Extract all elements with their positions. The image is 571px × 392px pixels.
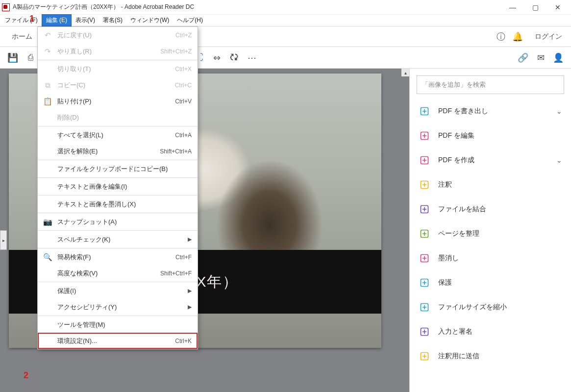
sign-icon xyxy=(419,326,430,338)
tool-label: 注釈 xyxy=(438,180,452,189)
menu-item-label: スナップショット(A) xyxy=(57,218,117,226)
menu-item-label: ツールを管理(M) xyxy=(57,320,105,329)
menu-item-icon: ↶ xyxy=(43,31,52,40)
sidebar-expand-icon[interactable]: ▸ xyxy=(0,230,7,250)
menu-item-label: 高度な検索(V) xyxy=(57,269,98,278)
tool-protect[interactable]: 保護 xyxy=(414,270,567,295)
menu-signature[interactable]: 署名(S) xyxy=(99,15,126,26)
menu-item-label: 元に戻す(U) xyxy=(57,31,92,40)
menu-item-shortcut: Ctrl+F xyxy=(175,254,192,261)
tool-label: ページを整理 xyxy=(438,229,479,238)
menu-item-label: コピー(C) xyxy=(57,81,85,90)
menu-item: ↷やり直し(R)Shift+Ctrl+Z xyxy=(38,43,198,59)
home-tab[interactable]: ホーム xyxy=(4,27,40,46)
menu-item[interactable]: 🔍簡易検索(F)Ctrl+F xyxy=(38,249,198,265)
print-icon[interactable]: ⎙ xyxy=(22,49,39,67)
menu-help[interactable]: ヘルプ(H) xyxy=(173,15,207,26)
menu-item: 削除(D) xyxy=(38,109,198,125)
menu-view[interactable]: 表示(V) xyxy=(72,15,99,26)
submenu-arrow-icon: ▶ xyxy=(188,288,192,294)
tool-label: 保護 xyxy=(438,278,452,287)
menu-edit[interactable]: 編集 (E) xyxy=(42,14,72,26)
close-button[interactable]: ✕ xyxy=(546,0,569,15)
tools-panel: 「画像を追加」を検索 PDF を書き出し⌄PDF を編集PDF を作成⌄注釈ファ… xyxy=(409,69,571,392)
menu-item-shortcut: Ctrl+Z xyxy=(175,32,192,39)
tool-label: 入力と署名 xyxy=(438,327,472,336)
tool-combine[interactable]: ファイルを結合 xyxy=(414,197,567,221)
callout-1: 1 xyxy=(29,14,34,24)
menu-item[interactable]: アクセシビリティ(Y)▶ xyxy=(38,299,198,315)
menu-item[interactable]: すべてを選択(L)Ctrl+A xyxy=(38,127,198,143)
more-icon[interactable]: ⋯ xyxy=(243,49,261,67)
rotate-icon[interactable]: 🗘 xyxy=(225,49,243,67)
menu-file[interactable]: ファイル (F) xyxy=(1,15,42,26)
menu-item: ↶元に戻す(U)Ctrl+Z xyxy=(38,27,198,43)
menu-item-icon: 📷 xyxy=(43,218,52,226)
tool-list: PDF を書き出し⌄PDF を編集PDF を作成⌄注釈ファイルを結合ページを整理… xyxy=(410,99,571,368)
menu-item-shortcut: Ctrl+X xyxy=(175,66,192,73)
menu-item[interactable]: ファイルをクリップボードにコピー(B) xyxy=(38,161,198,177)
organize-icon xyxy=(419,228,430,240)
menu-item-label: 削除(D) xyxy=(57,113,79,122)
menu-item[interactable]: ツールを管理(M) xyxy=(38,317,198,333)
menu-item[interactable]: 選択を解除(E)Shift+Ctrl+A xyxy=(38,143,198,159)
menu-item-label: 切り取り(T) xyxy=(57,65,91,74)
menu-item-label: アクセシビリティ(Y) xyxy=(57,303,117,312)
tool-label: 注釈用に送信 xyxy=(438,352,479,361)
fit-width-icon[interactable]: ⇔ xyxy=(208,49,225,67)
window-title: A製品のマーケティング計画（20XX年） - Adobe Acrobat Rea… xyxy=(13,3,194,11)
maximize-button[interactable]: ▢ xyxy=(524,0,546,15)
tool-sign[interactable]: 入力と署名 xyxy=(414,319,567,344)
help-icon[interactable]: ⓘ xyxy=(493,31,509,43)
menu-item-label: やり直し(R) xyxy=(57,47,92,56)
bell-icon[interactable]: 🔔 xyxy=(509,31,526,42)
create-icon xyxy=(419,154,430,166)
tool-organize[interactable]: ページを整理 xyxy=(414,221,567,246)
tool-label: PDF を書き出し xyxy=(438,107,488,116)
login-button[interactable]: ログイン xyxy=(526,32,571,41)
menu-item-shortcut: Ctrl+V xyxy=(175,98,192,105)
edit-menu-dropdown: ↶元に戻す(U)Ctrl+Z↷やり直し(R)Shift+Ctrl+Z切り取り(T… xyxy=(37,26,198,349)
menu-item[interactable]: テキストと画像を編集(I) xyxy=(38,178,198,195)
menu-item-shortcut: Shift+Ctrl+Z xyxy=(160,48,192,55)
redact-icon xyxy=(419,252,430,264)
menu-item[interactable]: 高度な検索(V)Shift+Ctrl+F xyxy=(38,265,198,281)
menu-item-shortcut: Shift+Ctrl+F xyxy=(160,270,192,277)
scroll-up-icon[interactable]: ▴ xyxy=(401,69,409,76)
tool-export[interactable]: PDF を書き出し⌄ xyxy=(414,99,567,123)
menu-item[interactable]: 📷スナップショット(A) xyxy=(38,214,198,230)
tool-comment[interactable]: 注釈 xyxy=(414,172,567,197)
menu-item: 切り取り(T)Ctrl+X xyxy=(38,61,198,77)
menu-window[interactable]: ウィンドウ(W) xyxy=(126,15,173,26)
link-icon[interactable]: 🔗 xyxy=(514,49,532,67)
menu-item-label: ファイルをクリップボードにコピー(B) xyxy=(57,165,168,173)
tool-compress[interactable]: ファイルサイズを縮小 xyxy=(414,295,567,319)
compress-icon xyxy=(419,301,430,313)
tool-redact[interactable]: 墨消し xyxy=(414,246,567,270)
menu-item-label: すべてを選択(L) xyxy=(57,131,103,140)
tool-edit[interactable]: PDF を編集 xyxy=(414,123,567,148)
combine-icon xyxy=(419,203,430,215)
save-icon[interactable]: 💾 xyxy=(4,49,22,67)
share-mail-icon[interactable]: ✉ xyxy=(532,49,549,67)
minimize-button[interactable]: — xyxy=(501,0,524,15)
menu-item-icon: ↷ xyxy=(43,47,52,56)
comment-icon xyxy=(419,179,430,191)
menu-item-label: 簡易検索(F) xyxy=(57,253,91,262)
menu-item-icon: 🔍 xyxy=(43,253,52,262)
window-buttons: — ▢ ✕ xyxy=(501,0,569,15)
menu-item-shortcut: Ctrl+A xyxy=(175,132,192,139)
menu-item[interactable]: 環境設定(N)...Ctrl+K xyxy=(38,333,198,349)
menu-item[interactable]: テキストと画像を墨消し(X) xyxy=(38,196,198,212)
tool-label: PDF を作成 xyxy=(438,156,474,165)
tool-send[interactable]: 注釈用に送信 xyxy=(414,344,567,368)
menu-item-label: 保護(I) xyxy=(57,287,76,295)
menu-item[interactable]: 📋貼り付け(P)Ctrl+V xyxy=(38,93,198,109)
add-person-icon[interactable]: 👤 xyxy=(549,49,567,67)
edit-icon xyxy=(419,130,430,142)
tool-label: PDF を編集 xyxy=(438,131,474,140)
search-input[interactable]: 「画像を追加」を検索 xyxy=(417,75,564,94)
menu-item[interactable]: スペルチェック(K)▶ xyxy=(38,231,198,247)
tool-create[interactable]: PDF を作成⌄ xyxy=(414,148,567,172)
menu-item[interactable]: 保護(I)▶ xyxy=(38,283,198,299)
